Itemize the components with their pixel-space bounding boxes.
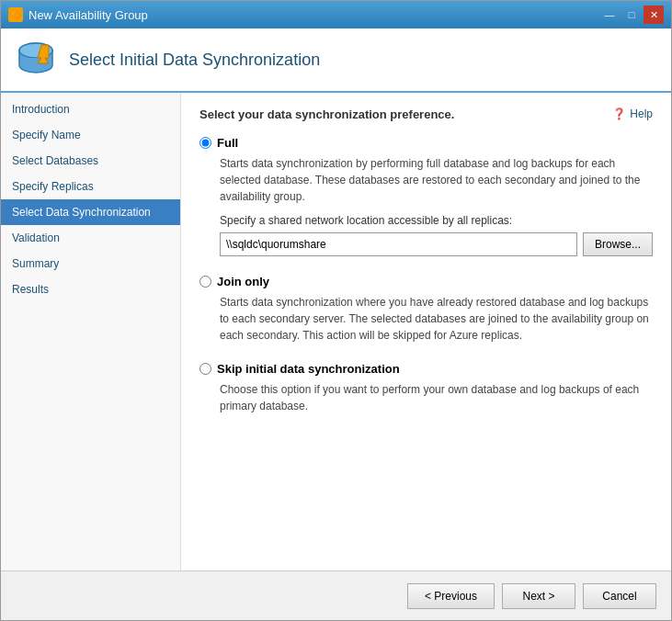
radio-full-desc: Starts data synchronization by performin… <box>220 155 653 205</box>
maximize-button[interactable]: □ <box>621 6 642 24</box>
radio-skip-desc: Choose this option if you want to perfor… <box>220 381 653 414</box>
sidebar-item-validation[interactable]: Validation <box>1 225 180 251</box>
help-icon: ❓ <box>612 107 626 120</box>
help-label: Help <box>630 107 653 120</box>
radio-group-skip: Skip initial data synchronization Choose… <box>199 362 653 414</box>
cancel-button[interactable]: Cancel <box>583 583 656 609</box>
radio-label-skip[interactable]: Skip initial data synchronization <box>199 362 653 376</box>
minimize-button[interactable]: — <box>599 6 620 24</box>
sidebar-item-select-data-sync[interactable]: Select Data Synchronization <box>1 199 180 225</box>
browse-button[interactable]: Browse... <box>583 232 653 256</box>
sidebar-item-summary[interactable]: Summary <box>1 251 180 277</box>
network-location-label: Specify a shared network location access… <box>220 214 653 227</box>
radio-full-label: Full <box>217 136 238 150</box>
sidebar-item-specify-name[interactable]: Specify Name <box>1 122 180 148</box>
main-content: Introduction Specify Name Select Databas… <box>1 93 671 570</box>
content-area: ❓ Help Select your data synchronization … <box>181 93 671 570</box>
radio-join-only-desc: Starts data synchronization where you ha… <box>220 294 653 344</box>
help-link[interactable]: ❓ Help <box>612 107 653 120</box>
network-input-row: Browse... <box>220 232 653 256</box>
radio-join-only[interactable] <box>199 276 211 288</box>
sidebar-item-specify-replicas[interactable]: Specify Replicas <box>1 174 180 199</box>
title-bar-controls: — □ ✕ <box>599 6 664 24</box>
header-icon <box>16 40 56 80</box>
window-title: New Availability Group <box>28 8 148 22</box>
page-title: Select Initial Data Synchronization <box>69 51 320 70</box>
header-area: Select Initial Data Synchronization <box>1 28 671 93</box>
radio-label-join-only[interactable]: Join only <box>199 275 653 288</box>
sidebar-item-select-databases[interactable]: Select Databases <box>1 148 180 174</box>
radio-group-join-only: Join only Starts data synchronization wh… <box>199 275 653 344</box>
network-path-input[interactable] <box>220 232 577 256</box>
footer: < Previous Next > Cancel <box>1 570 671 620</box>
section-title: Select your data synchronization prefere… <box>199 107 653 121</box>
app-icon: 🔶 <box>8 7 23 22</box>
radio-skip[interactable] <box>199 363 211 375</box>
title-bar-left: 🔶 New Availability Group <box>8 7 148 22</box>
radio-full[interactable] <box>199 137 211 149</box>
close-button[interactable]: ✕ <box>644 6 664 24</box>
sidebar-item-results[interactable]: Results <box>1 277 180 302</box>
title-bar: 🔶 New Availability Group — □ ✕ <box>1 1 671 28</box>
previous-button[interactable]: < Previous <box>407 583 495 609</box>
sidebar: Introduction Specify Name Select Databas… <box>1 93 181 570</box>
next-button[interactable]: Next > <box>502 583 575 609</box>
sidebar-item-introduction[interactable]: Introduction <box>1 96 180 122</box>
radio-join-only-label: Join only <box>217 275 269 288</box>
radio-label-full[interactable]: Full <box>199 136 653 150</box>
radio-group-full: Full Starts data synchronization by perf… <box>199 136 653 256</box>
radio-skip-label: Skip initial data synchronization <box>217 362 400 376</box>
main-window: 🔶 New Availability Group — □ ✕ Select In… <box>0 0 672 621</box>
